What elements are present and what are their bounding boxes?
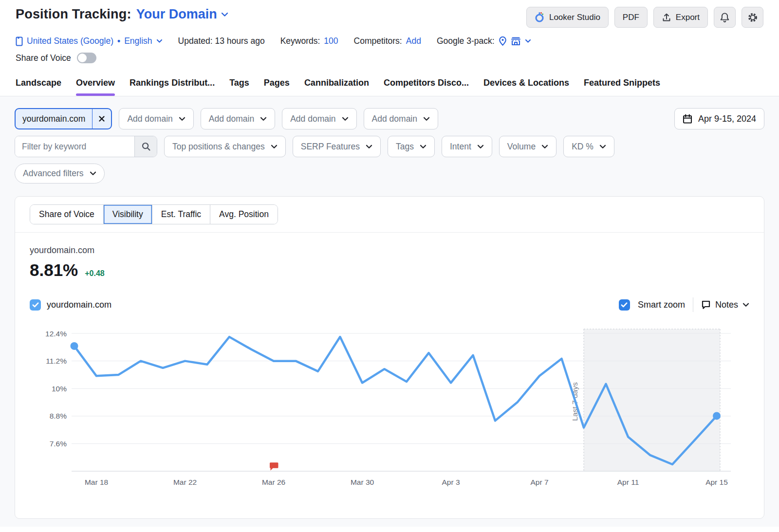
overview-body: yourdomain.com Add domain Add domain Add… [0,96,779,527]
add-domain-select-3[interactable]: Add domain [282,108,356,129]
settings-button[interactable] [742,7,763,28]
metric-tab-share-of-voice[interactable]: Share of Voice [30,205,103,224]
share-of-voice-toggle[interactable] [77,53,96,63]
report-tabs: Landscape Overview Rankings Distribut...… [0,75,779,96]
notes-dropdown[interactable]: Notes [701,300,749,310]
keyword-filter [15,136,157,157]
tab-devices-locations[interactable]: Devices & Locations [483,75,569,96]
chevron-down-icon [420,145,427,149]
remove-domain-button[interactable] [92,109,111,128]
divider [693,297,693,312]
share-of-voice-row: Share of Voice [16,53,763,63]
add-domain-select-4[interactable]: Add domain [364,108,438,129]
notifications-button[interactable] [714,7,736,28]
data-point-dot [71,342,78,350]
metric-tabs-row: Share of Voice Visibility Est. Traffic A… [15,197,764,233]
chevron-down-icon [423,117,430,121]
tab-landscape[interactable]: Landscape [16,75,61,96]
domain-filter-row: yourdomain.com Add domain Add domain Add… [15,108,764,129]
tab-tags[interactable]: Tags [229,75,249,96]
chevron-down-icon [260,117,267,121]
domain-chip-label: yourdomain.com [16,109,92,128]
y-axis-tick-label: 8.8% [50,412,67,420]
metric-summary: yourdomain.com 8.81% +0.48 [15,233,764,280]
language-label: English [124,36,152,46]
note-flag-marker[interactable] [270,462,278,471]
chevron-down-icon [271,145,278,149]
updated-status: Updated: 13 hours ago [178,36,265,46]
keyword-filter-row: Top positions & changes SERP Features Ta… [15,136,764,157]
chart-legend-row: yourdomain.com Smart zoom Notes [15,297,764,312]
visibility-value: 8.81% [30,260,78,280]
top-positions-filter[interactable]: Top positions & changes [164,136,286,157]
y-axis-tick-label: 10% [52,385,67,393]
map-pin-icon [499,36,507,46]
x-axis-tick-label: Apr 7 [530,478,548,486]
y-axis-tick-label: 7.6% [50,440,67,448]
metric-tab-visibility[interactable]: Visibility [103,205,152,224]
tab-rankings-distribution[interactable]: Rankings Distribut... [130,75,215,96]
metric-domain-label: yourdomain.com [30,245,749,256]
google-3-pack-selector[interactable]: Google 3-pack: [437,36,531,46]
tags-filter[interactable]: Tags [388,136,435,157]
volume-filter[interactable]: Volume [499,136,556,157]
export-button[interactable]: Export [653,7,708,28]
y-axis-tick-label: 11.2% [46,357,67,365]
last-7-days-region [584,329,720,471]
check-icon [32,302,39,308]
share-of-voice-label: Share of Voice [16,53,71,63]
x-axis-tick-label: Apr 15 [705,478,728,486]
intent-filter[interactable]: Intent [442,136,492,157]
position-tracking-page: Position Tracking: Your Domain Looker St… [0,0,779,532]
legend-domain-checkbox[interactable] [30,299,41,311]
serp-features-filter[interactable]: SERP Features [293,136,381,157]
project-selector[interactable]: Your Domain [136,7,228,22]
domain-chip[interactable]: yourdomain.com [15,108,112,129]
location-language-selector[interactable]: United States (Google) • English [16,36,163,46]
smart-zoom-label: Smart zoom [638,300,685,310]
visibility-chart: 12.4%11.2%10%8.8%7.6%Mar 18Mar 22Mar 26M… [30,320,750,491]
advanced-filters-button[interactable]: Advanced filters [15,164,105,183]
metric-segmented-control: Share of Voice Visibility Est. Traffic A… [30,204,278,224]
chevron-down-icon [477,145,484,149]
chevron-down-icon [90,171,96,176]
page-title: Position Tracking: [16,7,131,22]
notes-label: Notes [715,300,738,310]
calendar-icon [683,114,692,124]
keywords-count: Keywords: 100 [280,36,338,46]
chevron-down-icon [179,117,185,121]
tab-pages[interactable]: Pages [264,75,290,96]
keyword-search-button[interactable] [134,136,157,157]
x-axis-tick-label: Mar 26 [262,478,285,486]
tab-cannibalization[interactable]: Cannibalization [304,75,369,96]
chart-area: 12.4%11.2%10%8.8%7.6%Mar 18Mar 22Mar 26M… [15,312,764,493]
legend-domain-label: yourdomain.com [47,300,111,310]
x-axis-tick-label: Apr 3 [442,478,460,486]
x-axis-tick-label: Apr 11 [617,478,639,486]
looker-studio-button[interactable]: Looker Studio [526,7,609,28]
add-competitors-link[interactable]: Add [406,36,421,46]
pdf-button[interactable]: PDF [614,7,648,28]
visibility-delta: +0.48 [85,269,104,278]
add-domain-select-1[interactable]: Add domain [119,108,193,129]
keywords-count-link[interactable]: 100 [324,36,338,46]
add-domain-select-2[interactable]: Add domain [201,108,275,129]
note-flag-icon [701,300,711,310]
looker-studio-icon [535,12,545,23]
chevron-down-icon [599,145,606,149]
competitors-group: Competitors: Add [354,36,421,46]
metric-tab-est-traffic[interactable]: Est. Traffic [152,205,210,224]
export-icon [662,13,671,22]
visibility-card: Share of Voice Visibility Est. Traffic A… [15,196,764,519]
metric-tab-avg-position[interactable]: Avg. Position [210,205,278,224]
kd-filter[interactable]: KD % [563,136,614,157]
chevron-down-icon [541,145,548,149]
keyword-filter-input[interactable] [15,136,134,157]
tab-competitors-discovery[interactable]: Competitors Disco... [384,75,469,96]
smart-zoom-checkbox[interactable] [619,299,630,311]
tab-overview[interactable]: Overview [76,75,115,96]
check-icon [621,302,628,308]
tab-featured-snippets[interactable]: Featured Snippets [584,75,660,96]
date-range-picker[interactable]: Apr 9-15, 2024 [674,108,764,129]
x-axis-tick-label: Mar 30 [351,478,374,486]
